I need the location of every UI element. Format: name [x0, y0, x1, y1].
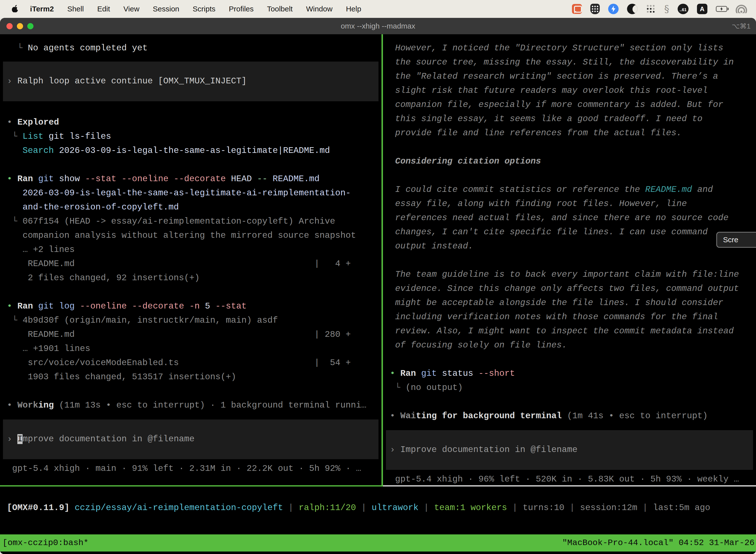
- right-prompt-input[interactable]: › Improve documentation in @filename: [386, 430, 753, 470]
- tooltip: Scre: [716, 232, 756, 248]
- terminal-line: README.md | 280 +: [7, 328, 381, 342]
- terminal-line: and-the-erosion-of-copyleft.md: [7, 200, 381, 214]
- left-pane-bottom-border: [0, 485, 383, 487]
- menubar-status-icons: § ..61 A: [572, 4, 747, 14]
- terminal-line: output instead.: [390, 239, 756, 254]
- tmux-session-label: [omx-cczip0:bash*: [2, 535, 88, 552]
- apple-menu[interactable]: [10, 5, 20, 13]
- left-prompt-input[interactable]: › Improve documentation in @filename: [3, 420, 378, 459]
- menu-item-profiles[interactable]: Profiles: [222, 5, 260, 13]
- terminal-line: • Working (11m 13s • esc to interrupt) ·…: [7, 398, 381, 412]
- terminal-line: 1903 files changed, 513517 insertions(+): [7, 370, 381, 384]
- terminal-line: [390, 169, 756, 183]
- terminal-line: might be acceptable alongside the file l…: [390, 296, 756, 310]
- title-bar[interactable]: omx --xhigh --madmax ⌥⌘1: [0, 18, 756, 34]
- dots-dark: [647, 8, 649, 10]
- terminal-line: provide file and line references from th…: [390, 126, 756, 140]
- charging-bolt: [720, 7, 723, 11]
- left-transcript: • Explored └ List git ls-files Search 20…: [7, 101, 381, 412]
- left-agent-pane[interactable]: └ No agents completed yet › Ralph loop a…: [0, 34, 381, 485]
- window-shortcut-badge: ⌥⌘1: [732, 22, 751, 30]
- terminal-line: [390, 254, 756, 268]
- prompt-input-text: mprove documentation in @filename: [22, 434, 194, 444]
- menu-items: iTerm2ShellEditViewSessionScriptsProfile…: [23, 5, 368, 13]
- iterm-window: omx --xhigh --madmax ⌥⌘1 └ No agents com…: [0, 18, 756, 554]
- terminal-line: └ List git ls-files: [7, 129, 381, 144]
- terminal-line: this single essay, it seems like a good …: [390, 112, 756, 126]
- menu-item-shell[interactable]: Shell: [61, 5, 90, 13]
- right-agent-pane[interactable]: However, I noticed the "Directory Struct…: [383, 34, 756, 485]
- tmux-host-clock: "MacBook-Pro-44.local" 04:52 31-Mar-26: [562, 535, 755, 552]
- bolt-glyph: [611, 6, 615, 12]
- pane-bottom-border: [0, 485, 756, 487]
- terminal-line: └ No agents completed yet: [7, 41, 381, 55]
- zap-icon[interactable]: [608, 4, 619, 14]
- terminal-line: including verification notes with those …: [390, 310, 756, 324]
- left-top-lines: └ No agents completed yet: [7, 41, 381, 55]
- terminal-line: └ (no output): [390, 381, 756, 395]
- terminal-line: the "Related research writing" section i…: [390, 69, 756, 84]
- minimize-button[interactable]: [17, 23, 23, 29]
- terminal-line: [7, 384, 381, 398]
- squiggle-icon[interactable]: §: [664, 4, 669, 14]
- keypad-shield-icon[interactable]: [590, 4, 600, 14]
- terminal-line: 2 files changed, 92 insertions(+): [7, 271, 381, 285]
- menu-item-scripts[interactable]: Scripts: [186, 5, 222, 13]
- terminal-line: I could cite commit statistics or refere…: [390, 183, 756, 197]
- contrast-moon-icon[interactable]: [627, 4, 637, 14]
- menu-item-edit[interactable]: Edit: [90, 5, 117, 13]
- menu-item-help[interactable]: Help: [339, 5, 368, 13]
- terminal-line: • Explored: [7, 115, 381, 129]
- prompt-chevron: ›: [7, 76, 17, 86]
- keypad-dots: [594, 8, 596, 10]
- terminal-line: gpt-5.4 xhigh · 96% left · 520K in · 5.8…: [390, 472, 756, 485]
- terminal-line: [7, 158, 381, 172]
- ralph-input-text: Ralph loop active continue [OMX_TMUX_INJ…: [17, 76, 247, 86]
- terminal-line: [390, 395, 756, 409]
- menu-item-view[interactable]: View: [117, 5, 146, 13]
- left-ralph-input[interactable]: › Ralph loop active continue [OMX_TMUX_I…: [3, 62, 378, 101]
- terminal: └ No agents completed yet › Ralph loop a…: [0, 34, 756, 554]
- terminal-line: … +2 lines: [7, 243, 381, 257]
- menu-item-window[interactable]: Window: [299, 5, 339, 13]
- terminal-line: changes, I can't cite specific file line…: [390, 225, 756, 239]
- terminal-line: of focusing solely on file lines.: [390, 338, 756, 352]
- terminal-line: src/voice/voiceModeEnabled.ts | 54 +: [7, 356, 381, 370]
- keyboard-layout-icon[interactable]: A: [697, 4, 707, 14]
- left-model-status: gpt-5.4 xhigh · main · 91% left · 2.31M …: [7, 462, 381, 476]
- terminal-line: The team guideline is to back every impo…: [390, 268, 756, 282]
- wifi-icon[interactable]: [736, 5, 747, 13]
- terminal-line: slight risk that future readers may over…: [390, 84, 756, 98]
- close-button[interactable]: [6, 23, 13, 29]
- terminal-line: references need actual files, and since …: [390, 211, 756, 225]
- terminal-line: Search 2026-03-09-is-legal-the-same-as-l…: [7, 144, 381, 158]
- terminal-line: [OMX#0.11.9] cczip/essay/ai-reimplementa…: [7, 501, 756, 515]
- apple-icon: [11, 5, 19, 13]
- terminal-line: However, I noticed the "Directory Struct…: [390, 41, 756, 55]
- battery-icon[interactable]: [716, 6, 727, 12]
- window-title: omx --xhigh --madmax: [341, 22, 415, 30]
- percent-badge-icon[interactable]: ..61: [678, 4, 689, 14]
- terminal-line: └ 067f154 (HEAD -> essay/ai-reimplementa…: [7, 214, 381, 229]
- wifi-dot: [740, 11, 742, 13]
- menu-item-session[interactable]: Session: [146, 5, 186, 13]
- menu-bar: iTerm2ShellEditViewSessionScriptsProfile…: [0, 0, 756, 18]
- menu-item-iterm2[interactable]: iTerm2: [23, 5, 61, 13]
- terminal-line: • Ran git log --oneline --decorate -n 5 …: [7, 299, 381, 314]
- dots-grid-icon[interactable]: [646, 4, 656, 14]
- chat-app-icon[interactable]: [572, 4, 582, 14]
- omx-status-bar: [OMX#0.11.9] cczip/essay/ai-reimplementa…: [0, 487, 756, 535]
- terminal-line: 2026-03-09-is-legal-the-same-as-legitima…: [7, 186, 381, 200]
- terminal-line: • Ran git show --stat --oneline --decora…: [7, 172, 381, 186]
- menu-item-toolbelt[interactable]: Toolbelt: [260, 5, 299, 13]
- text-cursor: I: [17, 434, 22, 444]
- terminal-line: • Ran git status --short: [390, 367, 756, 381]
- terminal-line: [7, 285, 381, 299]
- terminal-line: the source tree, missing the essay. Stil…: [390, 55, 756, 69]
- terminal-line: [390, 352, 756, 367]
- terminal-line: [390, 140, 756, 154]
- right-model-status: gpt-5.4 xhigh · 96% left · 520K in · 5.8…: [390, 472, 756, 485]
- terminal-line: └ 4b9d30f (origin/main, instructkr/main,…: [7, 314, 381, 328]
- traffic-lights: [6, 18, 34, 34]
- zoom-button[interactable]: [27, 23, 34, 29]
